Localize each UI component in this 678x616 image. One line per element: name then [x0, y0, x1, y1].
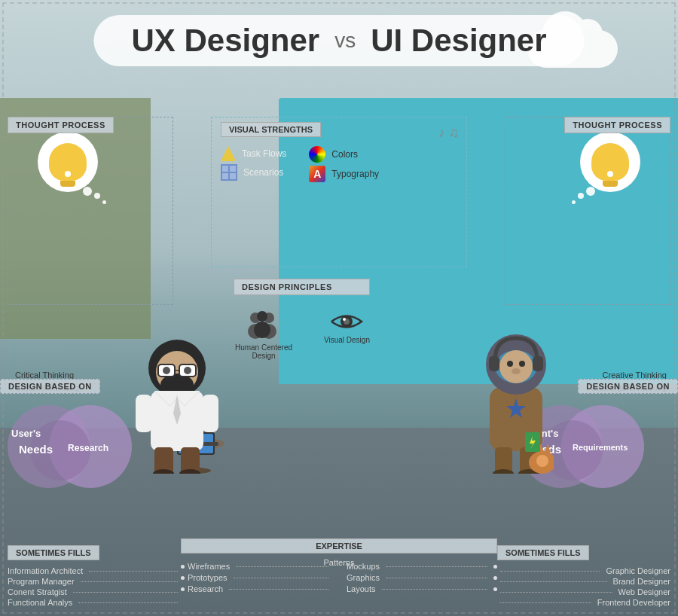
visual-design: Visual Design	[324, 310, 370, 344]
design-based-label-right: DESIGN BASED ON	[578, 379, 678, 394]
thought-process-label-left: THOUGHT PROCESS	[8, 117, 114, 133]
svg-point-35	[507, 361, 513, 367]
sometimes-item-r1: Brand Designer	[497, 577, 670, 586]
ux-char-svg	[136, 323, 218, 474]
vs-item-taskflows: Task Flows	[221, 146, 286, 161]
svg-point-5	[254, 322, 270, 338]
sometimes-item-r2: Web Designer	[497, 587, 670, 596]
svg-point-17	[184, 367, 191, 374]
svg-rect-39	[489, 356, 499, 371]
visual-strengths-content: Task Flows Scenarios Colors A Typography	[221, 143, 457, 185]
visual-strengths-box: VISUAL STRENGTHS Task Flows Scenarios Co…	[211, 117, 467, 267]
svg-marker-47	[545, 444, 551, 453]
bulb-circle-left	[38, 132, 98, 192]
exp-dot-3	[181, 587, 185, 591]
eye-icon	[328, 310, 365, 333]
sometimes-fills-label-left: SOMETIMES FILLS	[8, 545, 99, 560]
title-ux: UX Designer	[131, 23, 319, 59]
human-centered-label: Human Centered Design	[234, 343, 294, 360]
svg-point-37	[512, 368, 521, 374]
design-principles-label: DESIGN PRINCIPLES	[234, 279, 370, 295]
venn-text-research: Research	[68, 443, 108, 453]
exp-dot-6	[493, 587, 497, 591]
exp-research: Research	[181, 584, 331, 593]
design-based-label-left: DESIGN BASED ON	[0, 379, 100, 394]
svg-point-4	[257, 311, 267, 322]
svg-point-16	[163, 367, 170, 374]
exp-graphics: Graphics	[347, 573, 497, 582]
bulb-circle-right	[580, 132, 640, 192]
sometimes-fills-right: SOMETIMES FILLS Graphic Designer Brand D…	[497, 545, 670, 608]
sometimes-item-2: Conent Stratgist	[8, 587, 181, 596]
venn-text-users: User's	[11, 428, 41, 439]
design-principles-icons: Human Centered Design Visual Design	[234, 310, 370, 360]
venn-text-requirements: Requirements	[573, 443, 628, 452]
svg-point-8	[343, 318, 346, 321]
human-centered-design: Human Centered Design	[234, 310, 294, 360]
venn-text-needs: Needs	[19, 443, 53, 456]
typography-icon: A	[309, 166, 325, 182]
bulb-dot-left	[65, 171, 71, 177]
svg-rect-40	[533, 356, 543, 371]
svg-point-48	[536, 455, 548, 467]
colors-icon	[309, 146, 325, 163]
ux-character	[136, 323, 218, 477]
sometimes-fills-left: SOMETIMES FILLS Information Architect Pr…	[8, 545, 181, 608]
ui-char-svg	[478, 323, 554, 474]
vs-item-typography: A Typography	[309, 166, 379, 182]
people-icon	[245, 310, 282, 340]
exp-prototypes: Prototypes	[181, 573, 331, 582]
thought-process-label-right: THOUGHT PROCESS	[564, 117, 670, 133]
ui-character	[478, 323, 554, 477]
sometimes-items-right: Graphic Designer Brand Designer Web Desi…	[497, 566, 670, 607]
triangle-icon	[221, 146, 236, 161]
sometimes-items-left: Information Architect Program Manager Co…	[8, 566, 181, 607]
design-based-left: DESIGN BASED ON	[0, 379, 100, 394]
svg-rect-19	[136, 395, 152, 432]
vs-right-col: Colors A Typography	[309, 143, 379, 185]
title-vs: vs	[334, 29, 356, 53]
title-ui: UI Designer	[371, 23, 546, 59]
grid-icon	[221, 164, 237, 181]
sometimes-item-0: Information Architect	[8, 566, 181, 575]
title-bar: UX Designer vs UI Designer	[93, 15, 584, 66]
expertise-section: EXPERTISE Wireframes Prototypes Research…	[181, 538, 497, 608]
sometimes-item-r0: Graphic Designer	[497, 566, 670, 575]
svg-point-36	[519, 361, 525, 367]
sometimes-item-1: Program Manager	[8, 577, 181, 586]
design-principles-container: DESIGN PRINCIPLES Human Centered Design	[234, 279, 370, 360]
patterns-label: Patterns	[181, 558, 497, 567]
visual-strengths-label: VISUAL STRENGTHS	[221, 122, 321, 137]
sometimes-item-3: Functional Analys	[8, 598, 181, 607]
exp-layouts: Layouts	[347, 584, 497, 593]
sometimes-fills-label-right: SOMETIMES FILLS	[497, 545, 589, 560]
sometimes-item-r3: Frontend Developer	[497, 598, 670, 607]
bulb-inner-left	[49, 143, 87, 181]
music-notes: ♪ ♫	[438, 125, 459, 141]
svg-point-34	[499, 350, 533, 383]
design-based-right: DESIGN BASED ON	[578, 379, 678, 394]
vs-item-scenarios: Scenarios	[221, 164, 286, 181]
expertise-label: EXPERTISE	[181, 538, 497, 553]
vs-left-col: Task Flows Scenarios	[221, 143, 286, 185]
bulb-inner-right	[591, 143, 629, 181]
exp-dot-5	[493, 576, 497, 580]
visual-design-label: Visual Design	[324, 336, 370, 344]
svg-rect-20	[202, 395, 218, 432]
exp-dot-2	[181, 576, 185, 580]
vs-item-colors: Colors	[309, 146, 379, 163]
bulb-dot-right	[607, 171, 613, 177]
